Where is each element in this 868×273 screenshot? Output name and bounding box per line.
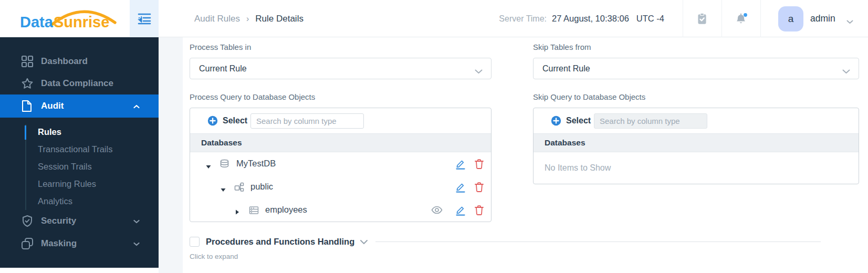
breadcrumb-parent-link[interactable]: Audit Rules — [194, 14, 240, 24]
content-gutter — [159, 37, 183, 273]
datasunrise-logo-icon: Data Sunrise — [20, 6, 121, 32]
avatar[interactable]: a — [778, 6, 803, 32]
process-tables-in-select[interactable]: Current Rule — [190, 58, 491, 79]
breadcrumb-separator: › — [246, 14, 249, 24]
process-query-title: Process Query to Database Objects — [190, 92, 315, 101]
user-menu[interactable]: admin — [810, 0, 835, 37]
sidebar-item-dashboard[interactable]: Dashboard — [0, 50, 159, 72]
search-input[interactable] — [594, 113, 707, 129]
chevron-down-icon — [133, 239, 140, 248]
column-header-label: Databases — [545, 138, 585, 148]
topbar-divider — [721, 0, 722, 37]
object-name: MyTestDB — [236, 159, 276, 169]
empty-state-label: No Items to Show — [545, 163, 611, 173]
clipboard-check-icon — [695, 12, 709, 26]
sidebar: Dashboard Data Compliance Audit — [0, 37, 159, 268]
view-columns-eye-icon[interactable] — [431, 206, 442, 217]
sidebar-item-label: Learning Rules — [38, 179, 96, 189]
skip-tables-from-select[interactable]: Current Rule — [533, 58, 859, 79]
chevron-down-icon — [133, 216, 140, 226]
sidebar-item-label: Audit — [41, 101, 64, 111]
object-name: public — [250, 182, 273, 192]
process-tables-in-label: Process Tables in — [190, 43, 251, 51]
procedures-label[interactable]: Procedures and Functions Handling — [206, 237, 354, 247]
topbar: Data Sunrise Audit Rules › Rule Details — [0, 0, 868, 37]
sidebar-collapse-button[interactable] — [130, 0, 159, 37]
sidebar-item-label: Session Trails — [38, 162, 92, 172]
sidebar-item-label: Security — [41, 216, 76, 226]
search-input[interactable] — [250, 113, 364, 129]
logo-text-sunrise: Sunrise — [54, 14, 109, 30]
databases-column-header: Databases — [534, 133, 859, 152]
tasks-button[interactable] — [695, 12, 709, 26]
tree-row-schema[interactable]: public — [190, 175, 491, 198]
topbar-divider — [683, 0, 683, 37]
select-objects-button[interactable]: Select — [223, 108, 247, 133]
skip-query-title: Skip Query to Database Objects — [533, 92, 645, 101]
caret-right-icon[interactable] — [235, 207, 239, 217]
notifications-button[interactable] — [734, 12, 748, 26]
sidebar-item-data-compliance[interactable]: Data Compliance — [0, 72, 159, 94]
chevron-down-icon[interactable] — [360, 237, 368, 247]
delete-icon[interactable] — [474, 205, 485, 216]
chevron-down-icon — [475, 67, 483, 76]
sidebar-item-transactional-trails[interactable]: Transactional Trails — [0, 141, 159, 158]
skip-tables-from-label: Skip Tables from — [533, 43, 591, 51]
sidebar-item-learning-rules[interactable]: Learning Rules — [0, 175, 159, 193]
sidebar-item-label: Data Compliance — [41, 78, 113, 89]
sidebar-item-session-trails[interactable]: Session Trails — [0, 158, 159, 175]
process-query-panel: Select Databases — [190, 108, 491, 222]
selected-value: Current Rule — [199, 64, 247, 74]
empty-state: No Items to Show — [534, 152, 859, 184]
tree-row-table[interactable]: employees — [190, 198, 491, 222]
rule-details-panel: Process Tables in Current Rule Skip Tabl… — [183, 37, 868, 273]
edit-icon[interactable] — [455, 182, 466, 193]
procedures-checkbox[interactable] — [190, 237, 200, 247]
panel-toolbar: Select — [190, 108, 491, 133]
collapse-sidebar-icon — [137, 13, 152, 25]
plus-circle-icon[interactable] — [207, 116, 218, 128]
delete-icon[interactable] — [474, 182, 485, 193]
dashboard-grid-icon — [21, 55, 34, 68]
schema-icon — [234, 182, 244, 194]
bell-icon — [734, 12, 749, 26]
logo-text-data: Data — [20, 14, 54, 30]
breadcrumb-current: Rule Details — [255, 14, 304, 24]
edit-icon[interactable] — [455, 159, 466, 170]
sidebar-item-rules[interactable]: Rules — [0, 123, 159, 141]
sidebar-item-audit[interactable]: Audit — [0, 94, 159, 118]
object-name: employees — [265, 205, 307, 215]
datasunrise-app: Data Sunrise Audit Rules › Rule Details — [0, 0, 868, 273]
datasunrise-logo[interactable]: Data Sunrise — [20, 6, 121, 34]
caret-down-icon[interactable] — [206, 162, 211, 171]
server-time-value: 27 August, 10:38:06 — [552, 14, 629, 24]
sidebar-item-label: Dashboard — [41, 56, 88, 67]
chevron-down-icon — [842, 67, 850, 76]
caret-down-icon[interactable] — [221, 185, 226, 194]
procedures-section-header: Procedures and Functions Handling — [190, 237, 821, 247]
masking-layers-icon — [21, 237, 34, 250]
document-icon — [21, 100, 34, 112]
server-time-label: Server Time: — [499, 14, 547, 24]
star-icon — [21, 77, 34, 90]
sidebar-item-analytics[interactable]: Analytics — [0, 193, 159, 210]
sidebar-item-label: Rules — [38, 127, 61, 137]
table-icon — [249, 205, 259, 217]
edit-icon[interactable] — [455, 205, 466, 216]
chevron-up-icon — [133, 101, 140, 111]
select-objects-button[interactable]: Select — [566, 108, 591, 133]
column-header-label: Databases — [201, 138, 242, 148]
sidebar-item-label: Masking — [41, 238, 77, 249]
plus-circle-icon[interactable] — [551, 116, 561, 128]
sidebar-item-security[interactable]: Security — [0, 210, 159, 232]
procedures-expand-hint: Click to expand — [190, 253, 238, 260]
sidebar-item-masking[interactable]: Masking — [0, 233, 159, 255]
delete-icon[interactable] — [474, 159, 485, 170]
sidebar-item-label: Analytics — [38, 196, 72, 206]
section-divider — [375, 242, 821, 242]
user-menu-chevron[interactable] — [846, 17, 853, 26]
avatar-initial: a — [788, 13, 794, 25]
tree-row-database[interactable]: MyTestDB — [190, 152, 491, 175]
server-time-timezone: UTC -4 — [636, 14, 664, 24]
shield-check-icon — [21, 215, 34, 227]
